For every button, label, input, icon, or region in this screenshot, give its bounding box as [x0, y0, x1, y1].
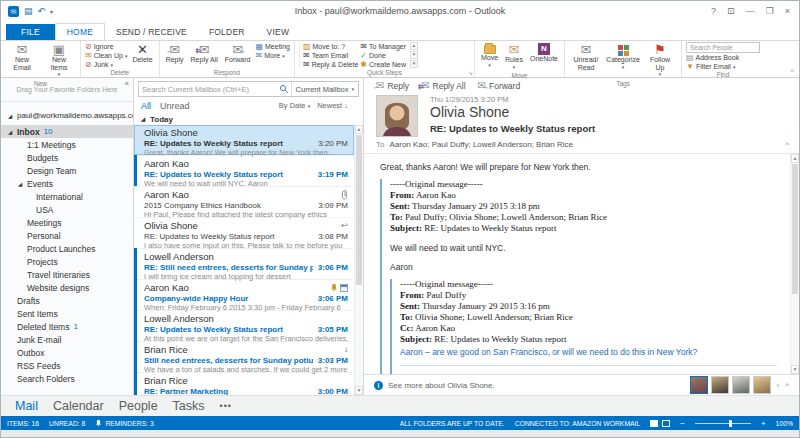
- sidebar-item-inbox[interactable]: ◢Inbox10: [1, 125, 133, 138]
- list-item[interactable]: Brian Rice ↓ Still need entrees, dessert…: [134, 342, 354, 373]
- sidebar-item-deleted-items[interactable]: Deleted Items1: [1, 320, 133, 333]
- expand-icon[interactable]: ◢: [8, 113, 14, 119]
- date-group-header[interactable]: ◢ Today: [134, 113, 363, 125]
- categorize-button[interactable]: Categorize ▾: [606, 42, 640, 72]
- scroll-up-icon[interactable]: ▲: [791, 154, 799, 163]
- address-book-button[interactable]: ▤Address Book: [686, 54, 760, 62]
- sidebar-item-rss-feeds[interactable]: RSS Feeds: [1, 359, 133, 372]
- zoom-out-button[interactable]: −: [680, 419, 685, 428]
- sidebar-item-personal[interactable]: Personal: [1, 229, 133, 242]
- message-list-scrollbar[interactable]: ▲ ▼: [354, 125, 363, 395]
- sidebar-item-meetings[interactable]: Meetings: [1, 216, 133, 229]
- move-button[interactable]: Move ▾: [479, 42, 500, 70]
- scrollbar-thumb[interactable]: [792, 164, 798, 294]
- scroll-down-icon[interactable]: ▼: [791, 365, 799, 374]
- filter-email-button[interactable]: ▼Filter Email▾: [686, 63, 760, 71]
- junk-button[interactable]: ⊘Junk▾: [85, 61, 127, 69]
- quick-step-done[interactable]: ✓Done: [360, 52, 406, 60]
- account-root[interactable]: ◢ paul@workmaildemo.awsapps.com: [1, 102, 133, 125]
- forward-inline-button[interactable]: ✉→Forward: [478, 81, 521, 91]
- message-sender[interactable]: Olivia Shone: [430, 104, 789, 121]
- sidebar-item-travel-itineraries[interactable]: Travel Itineraries: [1, 268, 133, 281]
- sidebar-item-international[interactable]: International: [1, 190, 133, 203]
- contact-photo[interactable]: [732, 376, 750, 394]
- sidebar-item-projects[interactable]: Projects: [1, 255, 133, 268]
- sidebar-item-outbox[interactable]: Outbox: [1, 346, 133, 359]
- sidebar-item-11-meetings[interactable]: 1:1 Meetings: [1, 138, 133, 151]
- contact-photo[interactable]: [753, 376, 771, 394]
- tab-home[interactable]: HOME: [55, 23, 105, 40]
- new-email-button[interactable]: ✉ New Email: [5, 42, 39, 72]
- status-reminders[interactable]: REMINDERS: 3: [95, 419, 153, 427]
- quick-step-team-email[interactable]: ✉Team Email: [303, 52, 358, 60]
- restore-button[interactable]: ❐: [766, 6, 774, 16]
- reading-view-icon[interactable]: [662, 420, 670, 427]
- contact-photo[interactable]: [711, 376, 729, 394]
- scroll-up-icon[interactable]: ▲: [410, 42, 418, 50]
- nav-more-ellipsis[interactable]: •••: [220, 401, 232, 411]
- nav-people[interactable]: People: [119, 399, 158, 413]
- zoom-in-button[interactable]: +: [761, 419, 766, 428]
- search-people-input[interactable]: [686, 42, 760, 53]
- reply-all-inline-button[interactable]: ✉⇇Reply All: [421, 81, 465, 91]
- minimize-folder-pane-icon[interactable]: «: [125, 79, 129, 88]
- search-icon[interactable]: [279, 84, 289, 94]
- scroll-down-icon[interactable]: ▼: [355, 386, 363, 395]
- filter-unread-tab[interactable]: Unread: [160, 101, 190, 111]
- dialog-launcher-icon[interactable]: ↘: [468, 69, 473, 76]
- collapse-group-icon[interactable]: ◢: [141, 116, 147, 122]
- sidebar-item-product-launches[interactable]: Product Launches: [1, 242, 133, 255]
- quick-step-to-manager[interactable]: ✉To Manager: [360, 43, 406, 51]
- undo-icon[interactable]: ↶: [38, 6, 46, 16]
- customize-toolbar-caret-icon[interactable]: ▾: [50, 8, 53, 15]
- reply-inline-button[interactable]: ✉←Reply: [376, 81, 409, 91]
- sidebar-item-drafts[interactable]: Drafts: [1, 294, 133, 307]
- next-contacts-icon[interactable]: ›: [777, 381, 780, 390]
- see-more-link[interactable]: See more about Olivia Shone.: [388, 381, 495, 390]
- sidebar-item-website-designs[interactable]: Website designs: [1, 281, 133, 294]
- list-item[interactable]: Olivia Shone ↩ RE: Updates to Weekly Sta…: [134, 218, 354, 249]
- minimize-button[interactable]: —: [746, 6, 755, 16]
- search-input[interactable]: [139, 85, 279, 94]
- quick-step-create-new[interactable]: ✱Create New: [360, 61, 406, 69]
- list-item[interactable]: Olivia Shone RE: Updates to Weekly Statu…: [134, 125, 354, 156]
- sidebar-item-search-folders[interactable]: Search Folders: [1, 372, 133, 385]
- search-scope-dropdown[interactable]: Current Mailbox▾: [291, 82, 358, 96]
- tab-file[interactable]: FILE: [6, 24, 55, 40]
- close-button[interactable]: ×: [785, 6, 790, 16]
- clean-up-button[interactable]: ✉Clean Up▾: [85, 52, 127, 60]
- recipients[interactable]: Aaron Kao; Paul Duffy; Lowell Anderson; …: [389, 140, 573, 149]
- list-item[interactable]: Aaron Kao 2015 Company Ethics Handbook3:…: [134, 187, 354, 218]
- collapse-ribbon-icon[interactable]: ^: [791, 68, 794, 75]
- expand-icon[interactable]: ◢: [18, 181, 24, 187]
- more-gallery-icon[interactable]: ▼: [410, 60, 418, 68]
- ignore-button[interactable]: ⊘Ignore: [85, 43, 127, 51]
- contact-photo[interactable]: [690, 376, 708, 394]
- list-item[interactable]: Lowell Anderson RE: Updates to Weekly St…: [134, 311, 354, 342]
- scroll-up-icon[interactable]: ▲: [355, 125, 363, 134]
- zoom-slider-thumb[interactable]: [729, 420, 732, 427]
- sidebar-item-events[interactable]: ◢Events: [1, 177, 133, 190]
- list-item[interactable]: Aaron Kao Company-wide Happy Hour3:06 PM…: [134, 280, 354, 311]
- nav-tasks[interactable]: Tasks: [173, 399, 205, 413]
- ribbon-display-options-button[interactable]: ⊡: [727, 6, 735, 16]
- sort-order-toggle[interactable]: Newest ↓: [317, 101, 348, 110]
- rules-button[interactable]: ✉ Rules ▾: [503, 42, 525, 72]
- zoom-level[interactable]: 100%: [776, 420, 793, 427]
- sidebar-item-usa[interactable]: USA: [1, 203, 133, 216]
- collapse-header-icon[interactable]: ^: [785, 140, 789, 149]
- nav-mail[interactable]: Mail: [15, 399, 38, 413]
- onenote-button[interactable]: N OneNote: [528, 42, 560, 64]
- reply-all-button[interactable]: ✉⇇ Reply All: [189, 42, 220, 65]
- expand-people-pane-icon[interactable]: ^: [785, 381, 789, 390]
- nav-calendar[interactable]: Calendar: [53, 399, 104, 413]
- scrollbar-thumb[interactable]: [356, 135, 362, 285]
- reply-button[interactable]: ✉← Reply: [164, 42, 186, 65]
- unread-read-button[interactable]: ✉ Unread/ Read: [569, 42, 603, 72]
- zoom-slider[interactable]: [695, 423, 751, 424]
- new-items-button[interactable]: ▣ New Items ▾: [42, 42, 76, 80]
- quick-step-reply-delete[interactable]: ✉Reply & Delete: [303, 61, 358, 69]
- delete-button[interactable]: ✕ Delete: [130, 42, 154, 65]
- help-button[interactable]: ?: [711, 6, 716, 16]
- list-item[interactable]: Aaron Kao RE: Updates to Weekly Status r…: [134, 156, 354, 187]
